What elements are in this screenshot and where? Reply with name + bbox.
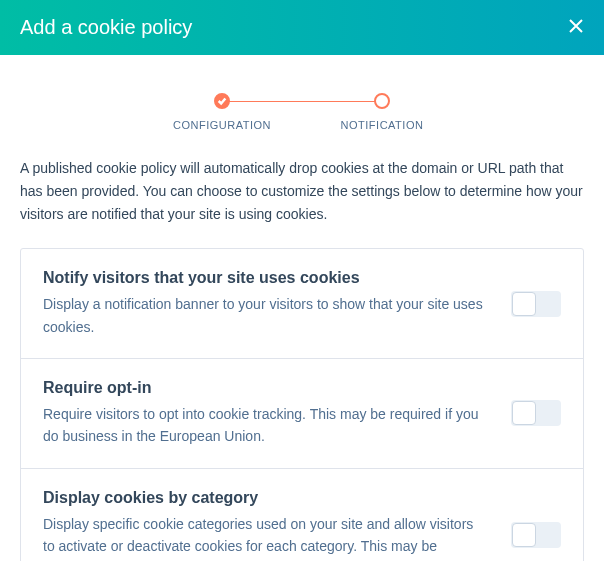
option-description: Require visitors to opt into cookie trac…: [43, 403, 487, 448]
modal-description: A published cookie policy will automatic…: [20, 157, 584, 226]
option-text: Display cookies by category Display spec…: [43, 489, 511, 561]
toggle-knob: [512, 292, 536, 316]
check-icon: [217, 92, 227, 110]
option-display-by-category: Display cookies by category Display spec…: [21, 469, 583, 561]
toggle-knob: [512, 523, 536, 547]
option-title: Display cookies by category: [43, 489, 487, 507]
step-label: CONFIGURATION: [173, 119, 271, 131]
modal-body: CONFIGURATION NOTIFICATION A published c…: [0, 55, 604, 561]
toggle-require-optin[interactable]: [511, 400, 561, 426]
step-label: NOTIFICATION: [341, 119, 424, 131]
step-connector: [222, 101, 382, 102]
option-text: Notify visitors that your site uses cook…: [43, 269, 511, 338]
modal-title: Add a cookie policy: [20, 16, 192, 39]
step-notification[interactable]: NOTIFICATION: [302, 93, 462, 131]
option-description: Display a notification banner to your vi…: [43, 293, 487, 338]
option-title: Require opt-in: [43, 379, 487, 397]
option-notify-visitors: Notify visitors that your site uses cook…: [21, 249, 583, 359]
option-title: Notify visitors that your site uses cook…: [43, 269, 487, 287]
option-description: Display specific cookie categories used …: [43, 513, 487, 561]
toggle-notify-visitors[interactable]: [511, 291, 561, 317]
step-configuration[interactable]: CONFIGURATION: [142, 93, 302, 131]
toggle-display-by-category[interactable]: [511, 522, 561, 548]
close-icon: [568, 18, 584, 38]
step-dot-inactive: [374, 93, 390, 109]
option-text: Require opt-in Require visitors to opt i…: [43, 379, 511, 448]
option-description-text: Display specific cookie categories used …: [43, 516, 473, 561]
close-button[interactable]: [568, 18, 584, 38]
toggle-knob: [512, 401, 536, 425]
stepper: CONFIGURATION NOTIFICATION: [20, 93, 584, 131]
step-dot-active: [214, 93, 230, 109]
options-list: Notify visitors that your site uses cook…: [20, 248, 584, 561]
modal-header: Add a cookie policy: [0, 0, 604, 55]
option-require-optin: Require opt-in Require visitors to opt i…: [21, 359, 583, 469]
